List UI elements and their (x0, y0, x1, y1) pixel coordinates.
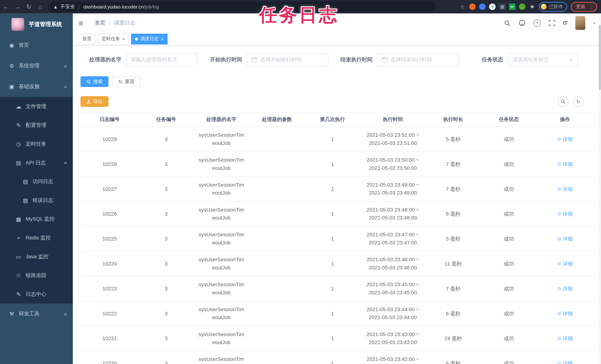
export-button[interactable]: 导出 (80, 96, 109, 107)
reset-button[interactable]: ↻ 重置 (112, 76, 140, 87)
breadcrumb-home[interactable]: 首页 (95, 20, 105, 26)
search-button[interactable]: 搜索 (80, 76, 109, 87)
sidebar-item[interactable]: ⚙系统管理∨ (0, 56, 73, 76)
sidebar-item[interactable]: ▤访问日志 (0, 172, 73, 191)
sidebar-item[interactable]: ▭Java 监控 (0, 247, 73, 266)
tab-bar: 首页定时任务×调度日志× (73, 32, 601, 46)
green-shield-icon[interactable]: Y (489, 3, 495, 10)
github-icon[interactable] (518, 20, 525, 26)
cell-time: 2021-05-03 23:48:00 ~2021-05-03 23:48:00 (360, 202, 425, 226)
address-bar[interactable]: ▲ 不安全 | dashboard.yudao.iocoder.cn/job/l… (48, 1, 436, 12)
date-input[interactable]: 选择结束执行时间 (377, 53, 459, 66)
detail-link[interactable]: ⊙详细 (557, 210, 572, 218)
cell-handler: sysUserSessionTimeoutJob (194, 351, 249, 364)
cell-time: 2021-05-03 23:44:00 ~2021-05-03 23:44:00 (360, 301, 425, 326)
sidebar-item[interactable]: ✎配置管理 (0, 116, 73, 134)
emoji-smiley-icon (541, 4, 547, 10)
tab-首页[interactable]: 首页 (79, 33, 95, 44)
bookmark-star-icon[interactable]: ☆ (459, 3, 466, 10)
lightning-icon[interactable] (479, 3, 486, 10)
toggle-search-icon[interactable] (558, 96, 569, 107)
filter-label: 任务状态 (482, 56, 503, 63)
detail-link[interactable]: ⊙详细 (557, 359, 572, 364)
sidebar-item[interactable]: ◉首页 (0, 35, 73, 56)
sidebar-item[interactable]: ≈Redis 监控 (0, 228, 73, 247)
status-select[interactable]: 请选择任务状态∨ (508, 53, 578, 66)
cell-count: 1 (305, 326, 360, 351)
back-arrow-icon[interactable]: ← (0, 3, 11, 10)
detail-link[interactable]: ⊙详细 (557, 334, 572, 343)
vpn-on-icon[interactable]: on (509, 3, 515, 10)
puzzle-icon[interactable]: ❖ (529, 3, 535, 10)
detail-link[interactable]: ⊙详细 (557, 235, 572, 243)
eye-icon: ⊙ (557, 235, 561, 243)
hamburger-icon[interactable]: ≡ (79, 19, 89, 27)
cell-count: 1 (305, 202, 360, 226)
adblock-icon[interactable] (469, 3, 476, 10)
eye-icon: ⊙ (557, 310, 561, 318)
chevron-down-icon[interactable]: ▾ (593, 21, 595, 25)
cell-log-id: 10226 (80, 202, 139, 226)
error-log-icon: ▧ (22, 197, 29, 203)
cell-duration: 5 毫秒 (425, 127, 481, 152)
sidebar-item[interactable]: ⚒研发工具∨ (0, 303, 73, 324)
cell-handler: sysUserSessionTimeoutJob (194, 251, 249, 276)
detail-link[interactable]: ⊙详细 (557, 185, 572, 193)
reload-icon[interactable]: ↻ (23, 3, 34, 10)
sidebar-item[interactable]: ▧错误日志 (0, 191, 73, 210)
cell-handler: sysUserSessionTimeoutJob (194, 326, 249, 351)
paused-badge[interactable]: 已暂停 (539, 2, 567, 12)
update-label: 更新 (576, 3, 585, 10)
refresh-table-icon[interactable]: ↻ (573, 96, 584, 107)
tab-label: 定时任务 (102, 36, 120, 42)
update-button[interactable]: 更新 ⋮ (571, 2, 597, 12)
extension-icons-slot: ☆Y▦on❖ (459, 3, 535, 10)
cell-duration: 5 毫秒 (425, 226, 481, 251)
detail-link[interactable]: ⊙详细 (557, 160, 572, 168)
detail-link[interactable]: ⊙详细 (557, 135, 572, 143)
tab-定时任务[interactable]: 定时任务× (98, 33, 129, 44)
cell-job-id: 3 (139, 251, 194, 276)
tab-grid-icon[interactable]: ▦ (499, 3, 505, 10)
help-icon[interactable]: ? (533, 20, 541, 27)
tab-调度日志[interactable]: 调度日志× (131, 33, 168, 44)
handler-name-input[interactable]: 请输入处理器的名字 (126, 53, 197, 66)
cell-status: 成功 (481, 127, 537, 152)
sidebar-logo-row[interactable]: 芋道管理系统 (0, 13, 73, 35)
sidebar-item[interactable]: ▣基础设施∧ (0, 76, 73, 97)
sidebar-item-label: 错误日志 (32, 197, 53, 204)
home-icon[interactable]: ⌂ (35, 3, 46, 10)
sidebar-item[interactable]: ✎日志中心 (0, 285, 73, 303)
page-scrollbar[interactable] (599, 13, 601, 364)
kebab-menu-icon[interactable]: ⋮ (588, 4, 593, 9)
cell-log-id: 10220 (80, 351, 139, 364)
chevron-down-icon: ∨ (63, 64, 67, 68)
cell-duration: 6 毫秒 (425, 351, 481, 364)
cell-count: 1 (305, 176, 360, 202)
user-avatar[interactable] (575, 16, 585, 30)
cell-status: 成功 (481, 152, 537, 176)
action-buttons-row: 搜索 ↻ 重置 (80, 76, 593, 87)
fullscreen-icon[interactable] (549, 20, 555, 26)
sidebar-item[interactable]: ◷定时任务 (0, 134, 73, 153)
detail-link[interactable]: ⊙详细 (557, 260, 572, 268)
detail-link[interactable]: ⊙详细 (557, 285, 572, 293)
header-actions: ? tT ▾ (504, 16, 595, 30)
sidebar-item[interactable]: ▦MySQL 监控 (0, 210, 73, 228)
scrollbar-thumb[interactable] (599, 25, 601, 90)
security-label[interactable]: 不安全 (60, 3, 75, 10)
sidebar-item[interactable]: ▤API 日志∧ (0, 153, 73, 172)
detail-link[interactable]: ⊙详细 (557, 310, 572, 318)
close-icon[interactable]: × (122, 37, 125, 41)
font-size-icon[interactable]: tT (563, 20, 567, 26)
search-icon[interactable] (504, 20, 511, 26)
app-title: 芋道管理系统 (29, 20, 62, 28)
sidebar-item[interactable]: ☁文件管理 (0, 97, 73, 116)
cell-status: 成功 (481, 351, 537, 364)
sidebar: 芋道管理系统 ◉首页⚙系统管理∨▣基础设施∧☁文件管理✎配置管理◷定时任务▤AP… (0, 13, 73, 364)
sidebar-item[interactable]: ☉链路追踪 (0, 266, 73, 285)
close-icon[interactable]: × (161, 37, 164, 41)
leaf-icon[interactable] (519, 3, 525, 10)
date-input[interactable]: 选择开始执行时间 (247, 53, 329, 66)
forward-arrow-icon[interactable]: → (11, 3, 23, 10)
